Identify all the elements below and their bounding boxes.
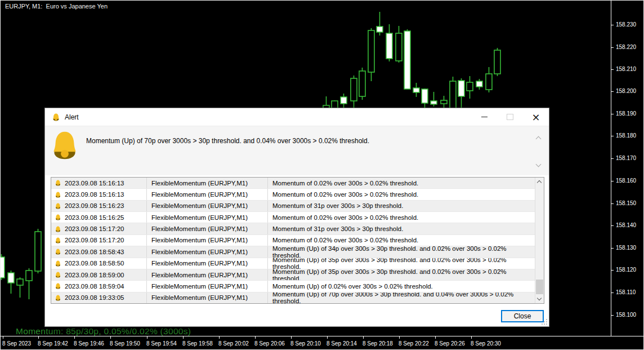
price-axis-label: 158.210 — [616, 66, 636, 72]
bell-icon — [52, 113, 60, 121]
price-axis-label: 158.110 — [616, 289, 636, 295]
alert-message-cell: Momentum of 31p over 300s > 30p threshol… — [268, 223, 535, 234]
minimize-button[interactable] — [471, 108, 497, 126]
bell-icon — [55, 249, 61, 255]
bell-icon — [55, 295, 61, 301]
alert-time: 2023.09.08 15:17:20 — [65, 237, 124, 243]
scrollbar-thumb[interactable] — [536, 280, 543, 294]
price-tick — [611, 25, 614, 25]
time-tick — [435, 336, 436, 339]
price-axis-label: 158.160 — [616, 178, 636, 184]
bell-icon — [55, 192, 61, 198]
close-window-button[interactable]: × — [523, 108, 549, 126]
candle-body — [458, 81, 464, 96]
alert-table-row[interactable]: 2023.09.08 18:58:43FlexibleMomentum (EUR… — [51, 246, 535, 258]
alert-time-cell: 2023.09.08 18:59:04 — [51, 281, 147, 291]
price-tick — [611, 47, 614, 48]
time-tick — [363, 336, 364, 339]
price-axis-label: 158.200 — [616, 88, 636, 94]
candle-body — [8, 273, 14, 283]
time-tick — [3, 336, 3, 339]
alert-table-row[interactable]: 2023.09.08 15:17:20FlexibleMomentum (EUR… — [51, 235, 535, 246]
alert-message-cell: Momentum of 0.02% over 300s > 0.02% thre… — [268, 189, 535, 200]
alert-time: 2023.09.08 15:16:13 — [65, 180, 124, 187]
time-axis-label: 8 Sep 20:02 — [218, 340, 249, 347]
close-icon: × — [531, 112, 540, 122]
time-tick — [147, 336, 147, 339]
candlestick — [377, 12, 383, 36]
alert-source-cell: FlexibleMomentum (EURJPY,M1) — [147, 246, 268, 257]
time-axis-label: 8 Sep 20:14 — [327, 340, 357, 347]
alert-table-row[interactable]: 2023.09.08 15:16:13FlexibleMomentum (EUR… — [51, 178, 535, 189]
alert-table-row[interactable]: 2023.09.08 15:16:25FlexibleMomentum (EUR… — [51, 212, 535, 223]
time-axis-label: 8 Sep 19:58 — [182, 340, 213, 347]
time-axis-label: 8 Sep 19:54 — [146, 340, 177, 347]
time-tick — [183, 336, 184, 339]
price-axis-label: 158.170 — [616, 155, 636, 161]
time-tick — [399, 336, 400, 339]
time-tick — [471, 336, 472, 339]
alert-time-cell: 2023.09.08 15:16:25 — [51, 212, 147, 223]
candle-body — [441, 100, 447, 104]
alert-message-cell: Momentum (Up) of 34p over 300s > 30p thr… — [268, 246, 535, 257]
table-scrollbar[interactable] — [535, 178, 544, 303]
scrollbar-down-button[interactable] — [535, 295, 544, 303]
candlestick — [413, 83, 419, 97]
candle-body — [404, 31, 410, 89]
price-tick — [611, 114, 614, 114]
alert-bell-icon — [52, 131, 78, 175]
bell-icon — [55, 283, 61, 289]
bell-icon — [55, 260, 61, 267]
time-axis[interactable]: 8 Sep 20238 Sep 19:428 Sep 19:468 Sep 19… — [1, 336, 643, 349]
minimize-icon — [481, 117, 488, 117]
scroll-down-icon[interactable] — [535, 162, 542, 169]
alert-table-row[interactable]: 2023.09.08 18:59:04FlexibleMomentum (EUR… — [51, 281, 535, 292]
time-tick — [327, 336, 328, 339]
alert-message-cell: Momentum of 0.02% over 300s > 0.02% thre… — [268, 212, 535, 223]
maximize-icon — [507, 114, 513, 120]
alert-table-row[interactable]: 2023.09.08 19:33:05FlexibleMomentum (EUR… — [51, 293, 535, 303]
resize-grip[interactable] — [540, 318, 547, 325]
close-button[interactable]: Close — [501, 310, 544, 322]
candle-body — [368, 30, 374, 72]
candlestick — [486, 67, 492, 92]
price-axis-label: 158.100 — [616, 312, 636, 318]
price-axis-label: 158.150 — [616, 200, 636, 206]
maximize-button[interactable] — [497, 108, 523, 126]
alert-table-row[interactable]: 2023.09.08 18:58:50FlexibleMomentum (EUR… — [51, 258, 535, 269]
price-tick — [611, 293, 614, 293]
candle-body — [467, 82, 473, 91]
time-tick — [291, 336, 292, 339]
alert-time: 2023.09.08 15:16:13 — [65, 191, 124, 198]
alert-source-cell: FlexibleMomentum (EURJPY,M1) — [147, 258, 268, 269]
candlestick — [458, 78, 464, 109]
alert-message-panel: Momentum (Up) of 70p over 3000s > 30p th… — [45, 126, 549, 175]
alert-table-row[interactable]: 2023.09.08 15:16:23FlexibleMomentum (EUR… — [51, 201, 535, 212]
scroll-up-icon[interactable] — [535, 135, 542, 141]
alert-time: 2023.09.08 18:59:04 — [65, 283, 124, 290]
candle-body — [476, 81, 482, 87]
candle-body — [431, 101, 437, 104]
price-tick — [611, 181, 614, 181]
price-axis[interactable]: 158.230158.220158.210158.200158.190158.1… — [611, 1, 643, 337]
candlestick — [450, 77, 456, 111]
symbol-label: EURJPY, M1: Euro vs Japanese Yen — [5, 3, 108, 10]
dialog-title: Alert — [65, 113, 79, 121]
candle-body — [396, 33, 402, 61]
candle-body — [26, 271, 32, 281]
alert-source-cell: FlexibleMomentum (EURJPY,M1) — [147, 189, 268, 200]
alert-time-cell: 2023.09.08 15:16:13 — [51, 178, 147, 188]
candle-body — [413, 88, 419, 92]
candlestick — [404, 29, 410, 89]
alert-message-cell: Momentum (Up) of 0.02% over 300s > 0.02%… — [268, 281, 535, 291]
alert-dialog: Alert × Momentum (Up) of 70p over 3000s … — [44, 108, 549, 327]
alert-time: 2023.09.08 18:58:50 — [65, 260, 124, 267]
price-tick — [611, 69, 614, 70]
alert-table-row[interactable]: 2023.09.08 15:16:13FlexibleMomentum (EUR… — [51, 189, 535, 200]
scrollbar-up-button[interactable] — [535, 178, 544, 186]
dialog-titlebar[interactable]: Alert × — [45, 108, 549, 126]
alert-table-row[interactable]: 2023.09.08 15:17:20FlexibleMomentum (EUR… — [51, 223, 535, 234]
alert-table-row[interactable]: 2023.09.08 18:59:00FlexibleMomentum (EUR… — [51, 269, 535, 281]
alert-source-cell: FlexibleMomentum (EURJPY,M1) — [147, 281, 268, 291]
bell-icon — [55, 203, 61, 209]
